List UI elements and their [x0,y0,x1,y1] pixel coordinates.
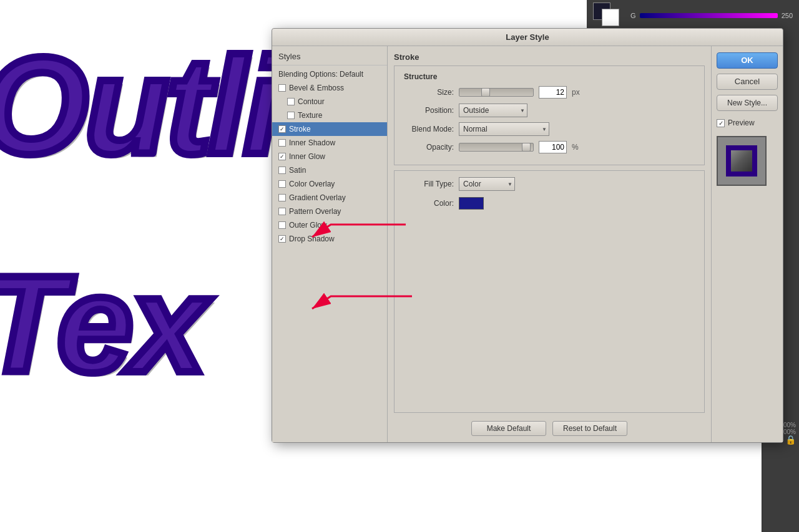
gradient-overlay-label: Gradient Overlay [289,193,346,202]
color-swatch[interactable] [459,197,484,210]
size-input[interactable] [539,86,567,99]
opacity-unit: % [572,143,579,152]
fill-section: Fill Type: Color Gradient Pattern Color: [394,170,705,413]
blend-mode-label: Blend Mode: [404,125,454,133]
size-label: Size: [404,88,454,97]
style-item-satin[interactable]: Satin [272,163,387,177]
styles-panel: Styles Blending Options: Default Bevel &… [272,46,388,442]
cancel-button[interactable]: Cancel [717,74,778,90]
outer-glow-label: Outer Glow [289,221,327,230]
ok-button[interactable]: OK [717,52,778,69]
satin-label: Satin [289,166,306,175]
preview-label-text: Preview [728,118,755,127]
style-item-color-overlay[interactable]: Color Overlay [272,177,387,191]
canvas-text-line2: Tex [0,256,203,393]
style-item-inner-shadow[interactable]: Inner Shadow [272,136,387,150]
preview-inner-square [726,145,757,177]
size-unit: px [572,88,580,97]
color-overlay-checkbox[interactable] [278,180,286,188]
opacity-slider[interactable] [459,143,534,152]
opacity-slider-thumb[interactable] [522,143,531,152]
inner-shadow-checkbox[interactable] [278,139,286,147]
contour-label: Contour [298,97,325,106]
style-item-gradient-overlay[interactable]: Gradient Overlay [272,191,387,205]
canvas-text-line1: Outli [0,37,278,175]
g-channel-label: G [630,12,636,19]
stroke-section-title: Stroke [394,52,705,62]
reset-to-default-button[interactable]: Reset to Default [552,421,627,436]
style-item-texture[interactable]: Texture [272,109,387,122]
bevel-label: Bevel & Emboss [289,84,344,92]
position-row: Position: Outside Inside Center [404,104,695,117]
dialog-title-bar[interactable]: Layer Style [272,29,783,46]
gradient-overlay-checkbox[interactable] [278,194,286,201]
top-right-panel: G 250 [587,0,799,31]
blending-label: Blending Options: Default [278,70,363,79]
position-label: Position: [404,106,454,115]
style-item-inner-glow[interactable]: Inner Glow [272,150,387,163]
color-row: Color: [404,197,695,210]
drop-shadow-label: Drop Shadow [289,235,335,243]
lock-icon: 🔒 [785,435,796,445]
layer-style-dialog: Layer Style Styles Blending Options: Def… [272,28,783,443]
contour-checkbox[interactable] [287,98,295,105]
background-color-swatch[interactable] [602,9,619,26]
position-select[interactable]: Outside Inside Center [459,104,527,117]
pattern-overlay-checkbox[interactable] [278,208,286,215]
blend-mode-row: Blend Mode: Normal Dissolve Multiply Scr… [404,122,695,136]
right-buttons-panel: OK Cancel New Style... Preview [711,46,783,442]
fill-type-label: Fill Type: [404,180,454,188]
style-item-stroke[interactable]: Stroke [272,122,387,136]
g-channel-slider[interactable] [640,13,778,18]
bevel-checkbox[interactable] [278,84,286,92]
drop-shadow-checkbox[interactable] [278,235,286,243]
preview-row: Preview [717,118,778,127]
styles-header[interactable]: Styles [272,49,387,65]
inner-glow-checkbox[interactable] [278,153,286,160]
opacity-label: Opacity: [404,143,454,152]
main-content-area: Stroke Structure Size: px Position: [388,46,711,442]
stroke-checkbox[interactable] [278,125,286,133]
texture-label: Texture [298,111,322,120]
blend-mode-select[interactable]: Normal Dissolve Multiply Screen [459,122,549,136]
content-footer: Make Default Reset to Default [394,418,705,436]
color-overlay-label: Color Overlay [289,180,335,188]
preview-thumbnail [717,136,767,186]
style-item-outer-glow[interactable]: Outer Glow [272,218,387,232]
inner-shadow-label: Inner Shadow [289,138,335,147]
preview-checkbox[interactable] [717,119,725,127]
size-row: Size: px [404,86,695,99]
make-default-button[interactable]: Make Default [471,421,546,436]
size-slider[interactable] [459,88,534,97]
satin-checkbox[interactable] [278,167,286,174]
position-select-wrapper[interactable]: Outside Inside Center [459,104,527,117]
structure-box: Structure Size: px Position: Outside [394,65,705,165]
stroke-label: Stroke [289,125,311,133]
blend-mode-select-wrapper[interactable]: Normal Dissolve Multiply Screen [459,122,549,136]
color-label: Color: [404,199,454,208]
style-item-bevel[interactable]: Bevel & Emboss [272,81,387,95]
style-item-blending[interactable]: Blending Options: Default [272,67,387,81]
style-item-contour[interactable]: Contour [272,95,387,109]
fill-type-select[interactable]: Color Gradient Pattern [459,177,515,191]
outer-glow-checkbox[interactable] [278,221,286,229]
style-item-pattern-overlay[interactable]: Pattern Overlay [272,205,387,218]
style-item-drop-shadow[interactable]: Drop Shadow [272,232,387,246]
dialog-title: Layer Style [506,32,549,42]
opacity-row: Opacity: % [404,141,695,153]
g-channel-value: 250 [782,12,793,19]
pattern-overlay-label: Pattern Overlay [289,207,341,216]
fill-type-row: Fill Type: Color Gradient Pattern [404,177,695,191]
new-style-button[interactable]: New Style... [717,95,778,111]
structure-title: Structure [404,72,695,81]
inner-glow-label: Inner Glow [289,152,325,161]
opacity-input[interactable] [539,141,567,153]
fill-type-select-wrapper[interactable]: Color Gradient Pattern [459,177,515,191]
size-slider-thumb[interactable] [481,88,490,97]
texture-checkbox[interactable] [287,112,295,119]
